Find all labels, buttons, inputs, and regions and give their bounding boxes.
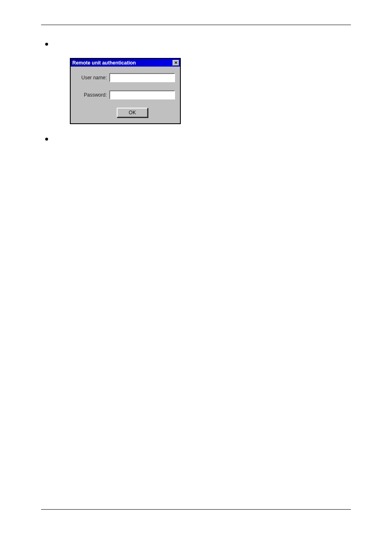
bullet-item-2 [45, 136, 351, 141]
password-label: Password: [76, 92, 109, 98]
bullet-dot [45, 138, 48, 141]
ok-button-label: OK [129, 110, 136, 115]
close-icon: ✕ [174, 61, 178, 65]
dialog-wrapper: Remote unit authentication ✕ User name: … [70, 58, 351, 124]
page-container: Remote unit authentication ✕ User name: … [0, 0, 392, 554]
username-row: User name: [76, 73, 175, 82]
username-label: User name: [76, 75, 109, 81]
bullet-item-1 [45, 42, 351, 46]
username-input[interactable] [109, 73, 175, 82]
close-button[interactable]: ✕ [173, 60, 179, 66]
auth-dialog: Remote unit authentication ✕ User name: … [70, 58, 181, 124]
bullet-dot [45, 43, 48, 46]
dialog-body: User name: Password: OK [71, 67, 180, 123]
password-input[interactable] [109, 90, 175, 99]
ok-button[interactable]: OK [117, 108, 148, 118]
dialog-titlebar: Remote unit authentication ✕ [71, 59, 180, 67]
top-rule [41, 25, 351, 25]
dialog-title: Remote unit authentication [72, 60, 136, 66]
bottom-rule [41, 509, 351, 510]
password-row: Password: [76, 90, 175, 99]
button-row: OK [76, 108, 175, 118]
